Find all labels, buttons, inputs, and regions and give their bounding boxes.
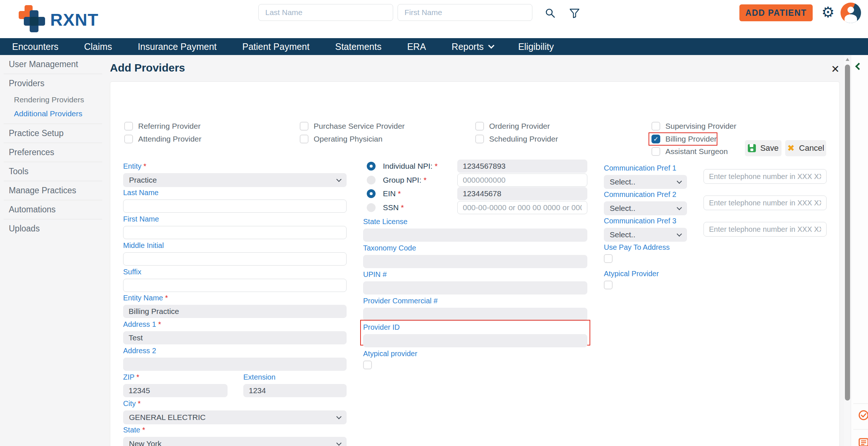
chevron-down-icon	[677, 231, 682, 237]
save-button[interactable]: Save	[745, 140, 782, 156]
comm-pref-2-select[interactable]: Select..	[604, 201, 687, 215]
middle-initial-label: Middle Initial	[123, 241, 347, 250]
first-name-search-input[interactable]	[398, 4, 532, 21]
last-name-search-input[interactable]	[258, 4, 393, 21]
checkbox-billing-provider[interactable]: ✓ Billing Provider	[651, 135, 717, 143]
nav-statements[interactable]: Statements	[335, 41, 381, 52]
city-label: City *	[123, 399, 347, 408]
state-select[interactable]: New York	[123, 437, 347, 446]
nav-claims[interactable]: Claims	[84, 41, 112, 52]
sidebar-item-tools[interactable]: Tools	[0, 162, 104, 181]
first-name-label: First Name	[123, 215, 347, 223]
nav-insurance-payment[interactable]: Insurance Payment	[138, 41, 217, 52]
address2-field[interactable]	[123, 358, 347, 371]
close-icon[interactable]: ✕	[831, 63, 839, 75]
group-npi-radio[interactable]	[367, 176, 376, 184]
filter-icon[interactable]	[569, 7, 580, 19]
chevron-down-icon	[677, 205, 682, 210]
checkbox-scheduling-provider[interactable]: Scheduling Provider	[475, 135, 558, 143]
add-patient-button[interactable]: ADD PATIENT	[739, 4, 813, 21]
ein-label: EIN *	[383, 189, 401, 198]
last-name-field[interactable]	[123, 200, 347, 213]
rxnt-logo-icon	[16, 5, 45, 34]
sidebar-item-manage-practices[interactable]: Manage Practices	[0, 181, 104, 200]
sidebar-item-providers[interactable]: Providers	[0, 74, 104, 93]
comm-pref-3-phone-field[interactable]	[703, 222, 827, 237]
check-icon: ✓	[651, 135, 660, 143]
circle-check-icon[interactable]	[858, 409, 868, 421]
checkbox-assistant-surgeon[interactable]: Assistant Surgeon	[651, 147, 728, 156]
entity-name-field[interactable]	[123, 305, 347, 318]
upin-field[interactable]	[363, 281, 587, 295]
extension-field[interactable]	[243, 384, 347, 397]
sidebar-item-automations[interactable]: Automations	[0, 200, 104, 219]
individual-npi-field[interactable]	[457, 160, 587, 173]
atypical-provider-right-label: Atypical Provider	[604, 270, 659, 278]
comm-pref-1-select[interactable]: Select..	[604, 175, 687, 189]
provider-commercial-field[interactable]	[363, 308, 587, 321]
ein-field[interactable]	[457, 187, 587, 200]
left-sidebar: User Management Providers Rendering Prov…	[0, 55, 104, 446]
scrollbar-up-arrow[interactable]	[846, 58, 849, 61]
list-document-icon[interactable]	[858, 436, 868, 446]
taxonomy-code-label: Taxonomy Code	[363, 244, 587, 252]
avatar[interactable]	[841, 3, 861, 23]
sidebar-item-practice-setup[interactable]: Practice Setup	[0, 124, 104, 143]
atypical-provider-mid-checkbox[interactable]	[363, 361, 372, 369]
first-name-field[interactable]	[123, 226, 347, 239]
rxnt-logo[interactable]: RXNT	[16, 5, 99, 34]
checkbox-attending-provider[interactable]: Attending Provider	[124, 135, 202, 143]
ein-radio[interactable]	[367, 189, 376, 198]
ssn-radio[interactable]	[367, 203, 376, 212]
checkbox-purchase-service-provider[interactable]: Purchase Service Provider	[300, 122, 405, 131]
nav-encounters[interactable]: Encounters	[12, 41, 58, 52]
zip-field[interactable]	[123, 384, 228, 397]
suffix-field[interactable]	[123, 279, 347, 292]
atypical-provider-right-checkbox[interactable]	[604, 281, 613, 289]
collapse-panel-chevron-icon[interactable]	[855, 63, 863, 70]
sidebar-item-user-management[interactable]: User Management	[0, 55, 104, 74]
entity-name-label: Entity Name *	[123, 294, 347, 302]
comm-pref-3-select[interactable]: Select..	[604, 228, 687, 242]
last-name-label: Last Name	[123, 189, 347, 197]
use-pay-to-address-checkbox[interactable]	[604, 254, 613, 263]
upin-label: UPIN #	[363, 270, 587, 279]
checkbox-operating-physician[interactable]: Operating Physician	[300, 135, 383, 143]
group-npi-label: Group NPI: *	[383, 176, 426, 184]
sidebar-item-uploads[interactable]: Uploads	[0, 219, 104, 238]
sidebar-item-rendering-providers[interactable]: Rendering Providers	[0, 93, 104, 107]
chevron-down-icon	[336, 177, 341, 182]
group-npi-field[interactable]	[457, 173, 587, 187]
checkbox-referring-provider[interactable]: Referring Provider	[124, 122, 200, 131]
city-select[interactable]: GENERAL ELECTRIC	[123, 410, 347, 424]
search-icon[interactable]	[544, 7, 556, 19]
nav-patient-payment[interactable]: Patient Payment	[242, 41, 309, 52]
ssn-field[interactable]	[457, 201, 587, 214]
checkbox-supervising-provider[interactable]: Supervising Provider	[651, 122, 736, 131]
state-license-field[interactable]	[363, 229, 587, 242]
gear-icon[interactable]: ⚙	[821, 5, 835, 19]
individual-npi-radio[interactable]	[367, 162, 376, 171]
taxonomy-code-field[interactable]	[363, 255, 587, 268]
scrollbar-thumb[interactable]	[845, 65, 850, 401]
comm-pref-1-phone-field[interactable]	[703, 169, 827, 184]
entity-select[interactable]: Practice	[123, 173, 347, 187]
atypical-provider-mid-label: Atypical provider	[363, 350, 417, 358]
nav-era[interactable]: ERA	[407, 41, 426, 52]
chevron-down-icon	[677, 179, 682, 184]
cancel-x-icon: ✖	[787, 143, 795, 153]
cancel-button[interactable]: ✖ Cancel	[785, 140, 826, 156]
middle-initial-field[interactable]	[123, 252, 347, 266]
ssn-label: SSN *	[383, 203, 404, 212]
address1-field[interactable]	[123, 331, 347, 344]
nav-reports[interactable]: Reports	[452, 41, 493, 52]
sidebar-item-preferences[interactable]: Preferences	[0, 143, 104, 162]
add-providers-form: Save ✖ Cancel Referring Provider Attendi…	[110, 81, 840, 446]
suffix-label: Suffix	[123, 268, 347, 276]
comm-pref-2-phone-field[interactable]	[703, 195, 827, 210]
checkbox-ordering-provider[interactable]: Ordering Provider	[475, 122, 550, 131]
provider-commercial-label: Provider Commercial #	[363, 297, 587, 305]
provider-id-field[interactable]	[363, 334, 587, 347]
sidebar-item-additional-providers[interactable]: Additional Providers	[0, 107, 104, 121]
nav-eligibility[interactable]: Eligibility	[518, 41, 554, 52]
